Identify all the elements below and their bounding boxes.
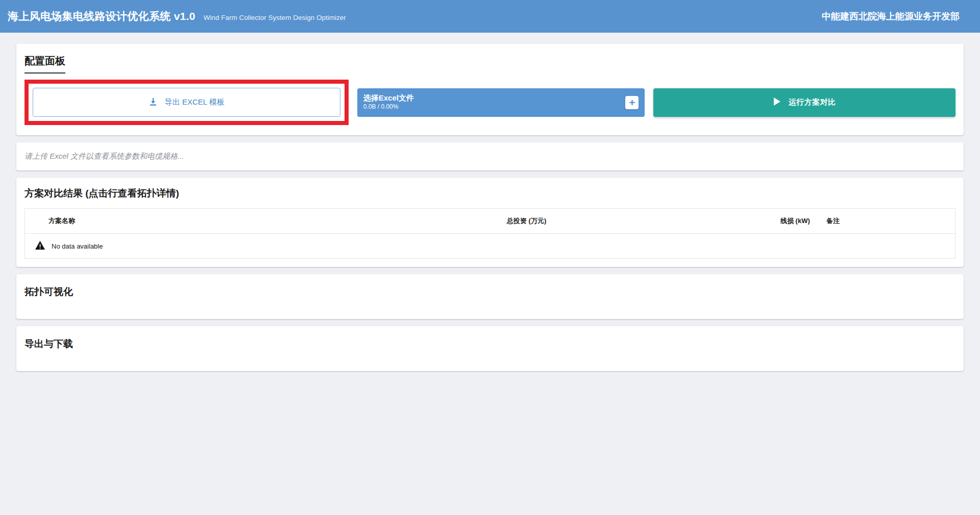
topology-title: 拓扑可视化 — [24, 285, 955, 299]
column-header-remarks: 备注 — [818, 209, 955, 234]
config-panel-card: 配置面板 导出 EXCEL 模板 选择Excel文件 0.0B / 0.0 — [16, 44, 964, 135]
download-icon — [149, 97, 158, 108]
config-panel-title: 配置面板 — [24, 55, 65, 73]
annotation-highlight-box: 导出 EXCEL 模板 — [24, 80, 349, 125]
add-file-icon[interactable]: + — [625, 96, 639, 109]
topology-card: 拓扑可视化 — [16, 274, 964, 319]
warning-icon — [35, 241, 45, 251]
column-header-scheme-name: 方案名称 — [25, 209, 499, 234]
no-data-message: No data available — [52, 242, 103, 250]
run-comparison-button[interactable]: 运行方案对比 — [653, 88, 955, 117]
header-title-group: 海上风电场集电线路设计优化系统 v1.0 Wind Farm Collector… — [8, 9, 346, 23]
app-header: 海上风电场集电线路设计优化系统 v1.0 Wind Farm Collector… — [0, 0, 980, 33]
notice-card: 请上传 Excel 文件以查看系统参数和电缆规格... — [16, 142, 964, 170]
upload-button-label: 选择Excel文件 — [363, 93, 414, 103]
upload-progress-text: 0.0B / 0.00% — [363, 103, 414, 111]
select-excel-file-button[interactable]: 选择Excel文件 0.0B / 0.00% + — [357, 88, 645, 117]
column-header-line-loss: 线损 (kW) — [772, 209, 818, 234]
results-table: 方案名称 总投资 (万元) 线损 (kW) 备注 — [24, 208, 955, 259]
run-button-label: 运行方案对比 — [789, 97, 836, 107]
results-card: 方案对比结果 (点击行查看拓扑详情) 方案名称 总投资 (万元) 线损 (kW)… — [16, 178, 964, 267]
export-excel-template-button[interactable]: 导出 EXCEL 模板 — [33, 88, 340, 117]
app-title: 海上风电场集电线路设计优化系统 v1.0 — [8, 9, 195, 23]
export-download-title: 导出与下载 — [24, 337, 955, 351]
main-content: 配置面板 导出 EXCEL 模板 选择Excel文件 0.0B / 0.0 — [0, 33, 980, 371]
no-data-row: No data available — [25, 234, 955, 259]
export-button-label: 导出 EXCEL 模板 — [165, 97, 225, 107]
app-subtitle: Wind Farm Collector System Design Optimi… — [204, 14, 346, 21]
table-header-row: 方案名称 总投资 (万元) 线损 (kW) 备注 — [25, 209, 955, 234]
upload-notice-text: 请上传 Excel 文件以查看系统参数和电缆规格... — [24, 152, 955, 161]
results-title: 方案对比结果 (点击行查看拓扑详情) — [24, 187, 955, 200]
export-download-card: 导出与下载 — [16, 326, 964, 371]
department-label: 中能建西北院海上能源业务开发部 — [822, 10, 960, 22]
column-header-total-investment: 总投资 (万元) — [499, 209, 772, 234]
upload-text-group: 选择Excel文件 0.0B / 0.00% — [363, 93, 414, 111]
play-icon — [773, 97, 780, 107]
config-button-row: 导出 EXCEL 模板 选择Excel文件 0.0B / 0.00% + 运行方… — [24, 80, 955, 125]
